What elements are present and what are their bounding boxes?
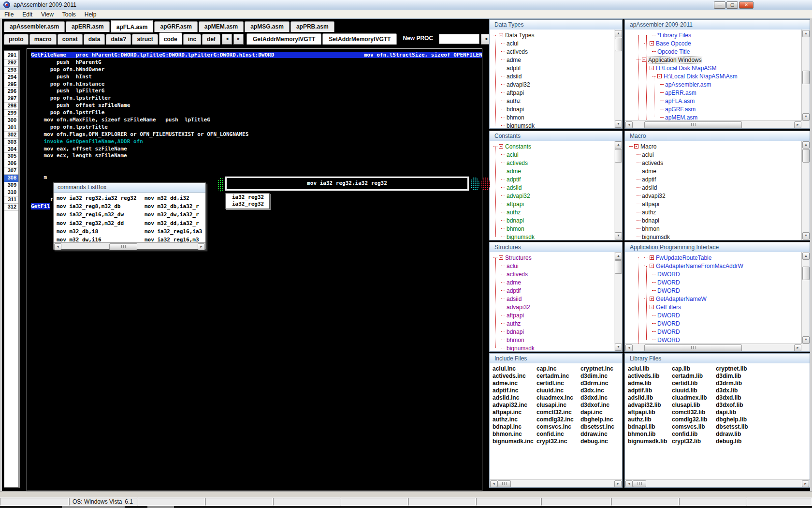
tree-row-h-local-disk-n-apasm[interactable]: -H:\Local Disk N\apASM [625, 64, 802, 72]
scroll-left-icon[interactable]: ◄ [625, 121, 633, 128]
file-item-activeds-inc[interactable]: activeds.inc [493, 373, 534, 380]
file-item-activeds-lib[interactable]: activeds.lib [628, 373, 667, 380]
tree-row-structures[interactable]: -Structures [490, 254, 614, 262]
tree-row-dword[interactable]: DWORD [625, 336, 802, 344]
file-item-bignumsdk-inc[interactable]: bignumsdk.inc [493, 438, 534, 445]
scroll-up-icon[interactable]: ▲ [615, 141, 622, 149]
expand-box-icon[interactable]: + [650, 255, 654, 260]
tree-row-constants[interactable]: -Constants [490, 142, 614, 150]
line-number-309[interactable]: 309 [4, 182, 18, 189]
tree-row-aftpapi[interactable]: aftpapi [625, 200, 802, 208]
file-item-bhmon-lib[interactable]: bhmon.lib [628, 431, 667, 438]
scroll-left-icon[interactable]: ◄ [625, 344, 633, 351]
scroll-thumb[interactable] [802, 71, 810, 84]
file-item-comsvcs-lib[interactable]: comsvcs.lib [672, 423, 707, 431]
listbox-item[interactable]: mov m32_dd,ia32_r [145, 219, 205, 227]
line-number-303[interactable]: 303 [4, 139, 18, 146]
operand-item[interactable]: ia32_reg32 [232, 194, 269, 201]
section-tab-const[interactable]: const [58, 34, 83, 45]
collapse-box-icon[interactable]: - [634, 144, 638, 149]
new-proc-button[interactable]: New PROC [398, 32, 438, 45]
tree-row-aclui[interactable]: aclui [490, 150, 614, 159]
scroll-right-icon[interactable]: ► [198, 243, 205, 250]
project-vscrollbar[interactable]: ▲ ▼ [801, 30, 810, 121]
tree-row-apassembler-asm[interactable]: apAssembler.asm [625, 80, 802, 89]
file-item-d3drm-inc[interactable]: d3drm.inc [580, 380, 614, 387]
scroll-right-icon[interactable]: ► [794, 344, 801, 351]
file-item-ciuuid-lib[interactable]: ciuuid.lib [672, 387, 707, 394]
line-number-292[interactable]: 292 [4, 60, 18, 67]
file-tab-apAssembler.asm[interactable]: apAssembler.asm [4, 21, 65, 32]
line-number-311[interactable]: 311 [4, 196, 18, 204]
tree-row-adme[interactable]: adme [625, 167, 802, 175]
file-item-clusapi-lib[interactable]: clusapi.lib [672, 402, 707, 409]
scroll-thumb[interactable] [802, 149, 810, 163]
scroll-down-icon[interactable]: ▼ [802, 113, 810, 120]
include-files-hscrollbar[interactable]: ◄ ► [490, 479, 622, 487]
maximize-button-icon[interactable]: ▢ [726, 1, 738, 9]
scroll-thumb[interactable] [615, 38, 622, 51]
tree-row-apmem-asm[interactable]: apMEM.asm [625, 113, 802, 121]
scroll-up-icon[interactable]: ▲ [615, 253, 622, 260]
tree-row-aftpapi[interactable]: aftpapi [490, 200, 614, 208]
file-item-comdlg32-inc[interactable]: comdlg32.inc [536, 416, 574, 423]
tree-row-apfla-asm[interactable]: apFLA.asm [625, 97, 802, 105]
listbox-item[interactable]: mov m32_dw,i16 [57, 236, 144, 242]
file-item-ciuuid-inc[interactable]: ciuuid.inc [536, 387, 574, 394]
expand-box-icon[interactable]: + [650, 297, 654, 301]
file-item-adme-lib[interactable]: adme.lib [628, 380, 667, 387]
listbox-item[interactable]: mov ia32_reg16,m32_dw [57, 210, 144, 219]
file-item-comctl32-inc[interactable]: comctl32.inc [536, 409, 574, 416]
tree-row-advapi32[interactable]: advapi32 [490, 80, 614, 89]
file-item-d3dim-lib[interactable]: d3dim.lib [716, 373, 748, 380]
proc-name-input[interactable] [439, 34, 479, 44]
file-item-d3dx-lib[interactable]: d3dx.lib [716, 387, 748, 394]
collapse-box-icon[interactable]: - [499, 144, 503, 149]
file-item-d3dxof-inc[interactable]: d3dxof.inc [580, 402, 614, 409]
tree-row-getadapternamew[interactable]: +GetAdapterNameW [625, 295, 802, 303]
section-tab-data[interactable]: data [84, 34, 105, 45]
file-item-ddraw-inc[interactable]: ddraw.inc [580, 431, 614, 438]
tree-row-dword[interactable]: DWORD [625, 328, 802, 336]
tree-row-adsiid[interactable]: adsiid [490, 183, 614, 192]
tree-row-adme[interactable]: adme [490, 56, 614, 64]
tree-row-getadapternamefrommacaddrw[interactable]: -GetAdapterNameFromMacAddrW [625, 262, 802, 270]
tree-row-bdnapi[interactable]: bdnapi [625, 216, 802, 224]
tree-row-adptif[interactable]: adptif [625, 175, 802, 183]
section-tabs-scroll-right-icon[interactable]: ► [233, 34, 244, 45]
collapse-box-icon[interactable]: - [650, 66, 654, 70]
tree-row-adptif[interactable]: adptif [490, 175, 614, 183]
scroll-right-icon[interactable]: ► [802, 480, 809, 487]
tree-row--library-files[interactable]: *Library Files [625, 31, 802, 39]
library-files-hscrollbar[interactable]: ◄ ► [625, 479, 810, 487]
file-item-dapi-lib[interactable]: dapi.lib [716, 409, 748, 416]
file-item-d3dxof-lib[interactable]: d3dxof.lib [716, 402, 748, 409]
file-item-dbsetsst-lib[interactable]: dbsetsst.lib [716, 423, 748, 431]
line-number-295[interactable]: 295 [4, 81, 18, 89]
file-item-clusapi-inc[interactable]: clusapi.inc [536, 402, 574, 409]
constants-vscrollbar[interactable]: ▲ ▼ [614, 141, 622, 240]
file-item-bhmon-inc[interactable]: bhmon.inc [493, 431, 534, 438]
listbox-item[interactable]: mov ia32_reg32,ia32_reg32 [57, 194, 144, 202]
file-item-adme-inc[interactable]: adme.inc [493, 380, 534, 387]
line-number-293[interactable]: 293 [4, 67, 18, 74]
tree-row-bhmon[interactable]: bhmon [490, 336, 614, 344]
tree-row-authz[interactable]: authz [490, 97, 614, 105]
file-item-comctl32-lib[interactable]: comctl32.lib [672, 409, 707, 416]
macro-vscrollbar[interactable]: ▲ ▼ [801, 141, 810, 240]
file-item-d3dxd-lib[interactable]: d3dxd.lib [716, 394, 748, 402]
tree-row-adsiid[interactable]: adsiid [490, 295, 614, 303]
scroll-thumb[interactable] [615, 260, 622, 274]
scroll-right-icon[interactable]: ► [794, 121, 801, 128]
file-item-adsiid-inc[interactable]: adsiid.inc [493, 394, 534, 402]
file-item-comsvcs-inc[interactable]: comsvcs.inc [536, 423, 574, 431]
file-item-advapi32-inc[interactable]: advapi32.inc [493, 402, 534, 409]
file-item-confid-inc[interactable]: confid.inc [536, 431, 574, 438]
line-number-305[interactable]: 305 [4, 153, 18, 160]
scroll-thumb[interactable] [615, 149, 622, 163]
tree-row-adsiid[interactable]: adsiid [490, 72, 614, 80]
tree-row-authz[interactable]: authz [490, 319, 614, 328]
file-item-authz-inc[interactable]: authz.inc [493, 416, 534, 423]
line-number-297[interactable]: 297 [4, 95, 18, 103]
collapse-box-icon[interactable]: - [650, 264, 654, 268]
